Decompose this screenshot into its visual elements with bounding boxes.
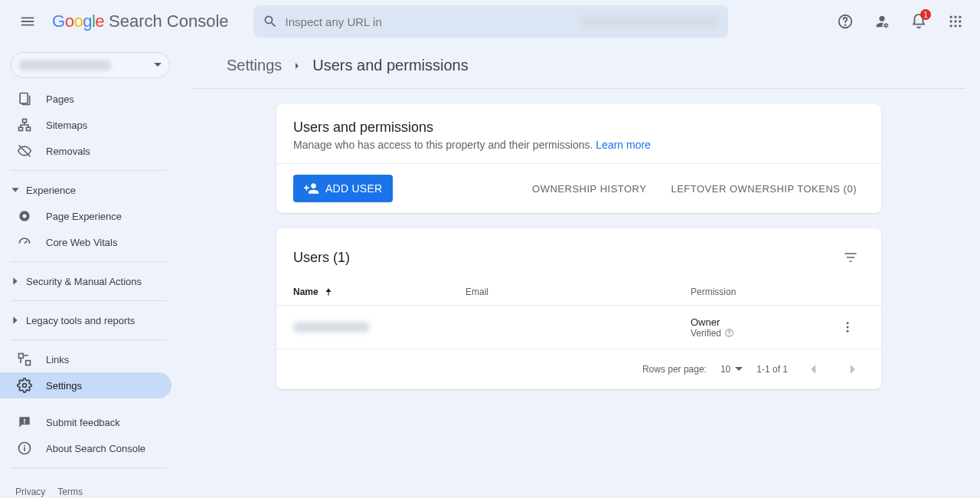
sort-asc-icon: [323, 287, 334, 297]
pager-next[interactable]: [840, 357, 864, 382]
sidebar-item-sitemaps[interactable]: Sitemaps: [0, 112, 172, 138]
chevron-right-icon: [9, 275, 21, 287]
property-name-blurred: [19, 60, 111, 70]
ownership-history-button[interactable]: OWNERSHIP HISTORY: [524, 177, 654, 201]
sidebar-item-page-experience[interactable]: Page Experience: [0, 203, 172, 229]
filter-button[interactable]: [837, 244, 864, 271]
svg-rect-13: [19, 127, 23, 130]
notifications-button[interactable]: 1: [903, 6, 934, 37]
speed-icon: [17, 234, 32, 250]
permissions-intro-card: Users and permissions Manage who has acc…: [276, 104, 881, 213]
svg-point-19: [23, 384, 27, 388]
table-header-row: Name Email Permission: [276, 279, 881, 306]
privacy-link[interactable]: Privacy: [15, 487, 45, 497]
feedback-icon: [17, 414, 32, 430]
links-icon: [17, 352, 32, 367]
sidebar-group-legacy[interactable]: Legacy tools and reports: [0, 307, 178, 333]
sidebar-group-security[interactable]: Security & Manual Actions: [0, 268, 178, 294]
help-icon: [837, 13, 854, 30]
hamburger-button[interactable]: [9, 3, 46, 40]
svg-point-2: [950, 16, 952, 18]
col-header-email[interactable]: Email: [466, 287, 691, 297]
more-vert-icon: [841, 320, 854, 334]
logo[interactable]: Google Search Console: [52, 11, 229, 31]
manage-users-button[interactable]: [867, 6, 897, 37]
url-blurred: [581, 16, 719, 27]
svg-point-1: [845, 25, 846, 25]
row-more-button[interactable]: [834, 313, 861, 341]
sidebar-item-removals[interactable]: Removals: [0, 138, 172, 164]
table-pager: Rows per page: 10 1-1 of 1: [276, 349, 881, 389]
add-person-icon: [304, 181, 319, 196]
chevron-right-icon: [9, 184, 21, 196]
svg-rect-23: [328, 291, 328, 295]
sidebar-label: Removals: [46, 146, 90, 157]
sidebar-label: Page Experience: [46, 211, 122, 222]
permission-cell: Owner Verified: [691, 316, 834, 339]
terms-link[interactable]: Terms: [57, 487, 83, 497]
sidebar-item-about[interactable]: About Search Console: [0, 435, 172, 461]
sidebar-item-feedback[interactable]: Submit feedback: [0, 409, 172, 435]
sidebar-group-experience[interactable]: Experience: [0, 177, 178, 203]
svg-point-16: [23, 215, 27, 218]
sidebar-label: Settings: [46, 380, 82, 392]
add-user-button[interactable]: ADD USER: [293, 175, 393, 202]
removals-icon: [17, 143, 32, 159]
col-header-name[interactable]: Name: [293, 287, 466, 297]
pages-icon: [17, 91, 32, 106]
sidebar-item-settings[interactable]: Settings: [0, 372, 172, 398]
info-icon: [17, 441, 32, 456]
filter-icon: [843, 250, 858, 265]
url-inspect-bar[interactable]: [253, 5, 728, 38]
leftover-tokens-button[interactable]: LEFTOVER OWNERSHIP TOKENS (0): [663, 177, 864, 201]
breadcrumb: Settings Users and permissions: [193, 43, 965, 89]
sidebar-group-label: Experience: [26, 185, 76, 196]
svg-rect-18: [26, 361, 31, 365]
table-row[interactable]: Owner Verified: [276, 306, 881, 349]
help-small-icon[interactable]: [724, 328, 734, 338]
learn-more-link[interactable]: Learn more: [596, 139, 651, 151]
google-logo: Google: [52, 11, 104, 31]
pager-prev[interactable]: [802, 357, 826, 382]
sidebar-label: Sitemaps: [46, 120, 87, 131]
sidebar-label: About Search Console: [46, 443, 145, 454]
circle-icon: [17, 208, 32, 224]
svg-point-7: [959, 20, 961, 22]
svg-rect-14: [27, 127, 31, 130]
apps-button[interactable]: [940, 6, 971, 37]
sidebar-group-label: Security & Manual Actions: [26, 276, 142, 287]
sidebar-label: Links: [46, 354, 69, 365]
name-blurred: [293, 322, 370, 333]
breadcrumb-settings[interactable]: Settings: [227, 57, 282, 74]
svg-point-26: [847, 322, 849, 324]
caret-down-icon: [154, 61, 162, 69]
sidebar-item-links[interactable]: Links: [0, 346, 172, 372]
help-button[interactable]: [830, 6, 861, 37]
app-header: Google Search Console 1: [0, 0, 980, 43]
url-inspect-input[interactable]: [286, 15, 573, 28]
svg-point-3: [954, 16, 956, 18]
chevron-right-icon: [292, 61, 302, 70]
col-header-permission[interactable]: Permission: [691, 287, 834, 297]
svg-point-9: [954, 25, 956, 27]
sidebar-group-label: Legacy tools and reports: [26, 315, 135, 326]
sidebar-label: Pages: [46, 93, 74, 105]
chevron-right-icon: [845, 362, 859, 376]
users-table-title: Users (1): [293, 250, 350, 266]
property-selector[interactable]: [11, 52, 170, 78]
sidebar-item-pages[interactable]: Pages: [0, 86, 172, 112]
sidebar-label: Core Web Vitals: [46, 237, 117, 248]
product-name: Search Console: [109, 11, 229, 31]
sidebar-item-core-web-vitals[interactable]: Core Web Vitals: [0, 229, 172, 255]
card-title: Users and permissions: [293, 120, 864, 136]
rows-per-page-select[interactable]: 10: [720, 364, 743, 375]
pager-range: 1-1 of 1: [756, 364, 788, 375]
main-content: Settings Users and permissions Users and…: [178, 43, 980, 498]
chevron-right-icon: [9, 314, 21, 326]
sidebar-label: Submit feedback: [46, 417, 120, 428]
card-subtitle: Manage who has access to this property a…: [293, 139, 864, 151]
users-table-card: Users (1) Name Email Permission Owner: [276, 228, 881, 389]
person-gear-icon: [874, 13, 890, 30]
svg-rect-17: [19, 354, 24, 359]
svg-point-27: [847, 326, 849, 329]
